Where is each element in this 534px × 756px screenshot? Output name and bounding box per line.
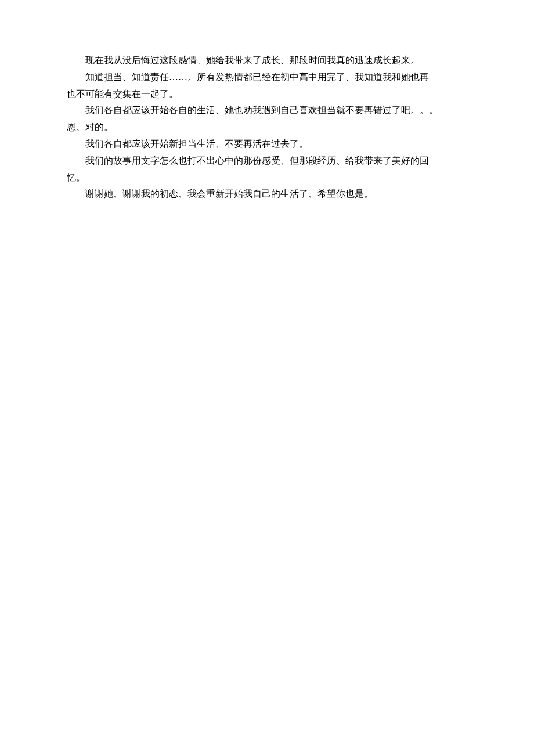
paragraph-line: 我们的故事用文字怎么也打不出心中的那份感受、但那段经历、给我带来了美好的回 — [67, 153, 467, 170]
paragraph-line: 恩、对的。 — [67, 119, 467, 136]
paragraph-line: 谢谢她、谢谢我的初恋、我会重新开始我自己的生活了、希望你也是。 — [67, 186, 467, 203]
document-content: 现在我从没后悔过这段感情、她给我带来了成长、那段时间我真的迅速成长起来。 知道担… — [67, 52, 467, 203]
paragraph-line: 知道担当、知道责任……。所有发热情都已经在初中高中用完了、我知道我和她也再 — [67, 69, 467, 86]
paragraph-line: 我们各自都应该开始各自的生活、她也劝我遇到自己喜欢担当就不要再错过了吧。。。 — [67, 102, 467, 119]
paragraph-line: 忆。 — [67, 170, 467, 186]
paragraph-line: 现在我从没后悔过这段感情、她给我带来了成长、那段时间我真的迅速成长起来。 — [67, 52, 467, 69]
paragraph-line: 也不可能有交集在一起了。 — [67, 86, 467, 103]
paragraph-line: 我们各自都应该开始新担当生活、不要再活在过去了。 — [67, 136, 467, 153]
